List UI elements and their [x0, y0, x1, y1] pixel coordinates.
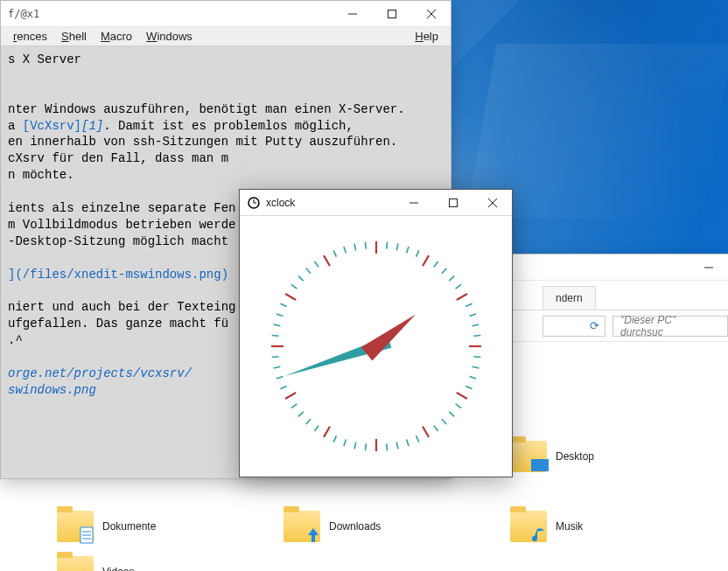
menu-help[interactable]: Help	[408, 30, 445, 43]
folder-label: Dokumente	[102, 520, 156, 533]
music-badge-icon	[531, 526, 549, 544]
folder-icon	[57, 556, 94, 571]
folder-label: Downloads	[329, 520, 381, 533]
svg-line-57	[314, 426, 318, 431]
svg-line-80	[365, 242, 366, 249]
svg-line-42	[455, 404, 460, 408]
svg-line-30	[455, 284, 460, 289]
svg-line-69	[276, 314, 283, 316]
search-input[interactable]: "Dieser PC" durchsuc	[612, 316, 728, 337]
doc-badge-icon	[78, 526, 95, 544]
xclock-app-icon	[247, 196, 261, 210]
close-button[interactable]	[472, 190, 512, 215]
minimize-button[interactable]	[394, 190, 433, 215]
svg-line-49	[396, 442, 398, 449]
svg-line-53	[354, 442, 356, 449]
svg-line-59	[298, 412, 303, 416]
svg-line-40	[466, 386, 472, 389]
svg-line-47	[416, 435, 418, 442]
desktop-badge-icon	[531, 456, 549, 474]
folder-label: Videos	[102, 566, 134, 571]
editor-menubar: rences Shell Macro Windows Help	[1, 27, 451, 46]
editor-titlebar[interactable]: f/@x1	[1, 1, 451, 27]
svg-line-61	[285, 393, 296, 399]
clock-face	[258, 228, 494, 464]
folder-downloads[interactable]: Downloads	[284, 511, 381, 542]
svg-line-22	[386, 242, 387, 249]
minimize-button[interactable]	[689, 254, 728, 280]
svg-line-27	[433, 261, 438, 267]
svg-line-71	[285, 294, 296, 300]
maximize-button[interactable]	[433, 190, 472, 215]
menu-shell[interactable]: Shell	[54, 30, 94, 43]
svg-line-25	[416, 250, 418, 256]
folder-videos[interactable]: Videos	[57, 556, 134, 571]
folder-icon	[57, 511, 94, 542]
menu-macro[interactable]: Macro	[94, 30, 139, 43]
xclock-title: xclock	[266, 197, 394, 209]
xclock-window: xclock	[239, 189, 513, 477]
svg-line-38	[472, 366, 479, 368]
svg-marker-6	[308, 528, 318, 542]
folder-label: Desktop	[556, 450, 594, 463]
svg-line-37	[473, 357, 480, 358]
svg-line-70	[280, 303, 286, 306]
svg-line-64	[273, 366, 280, 368]
folder-icon	[284, 511, 320, 542]
ribbon-tab[interactable]: ndern	[542, 286, 596, 310]
svg-line-28	[441, 268, 445, 274]
svg-line-34	[472, 324, 479, 326]
menu-preferences[interactable]: rences	[6, 30, 54, 43]
window-title: f/@x1	[8, 8, 332, 20]
svg-line-48	[406, 440, 408, 447]
svg-line-52	[365, 443, 366, 450]
svg-line-78	[343, 247, 345, 254]
svg-line-39	[469, 377, 476, 379]
menu-windows[interactable]: Windows	[139, 30, 200, 43]
svg-line-79	[354, 244, 356, 251]
svg-line-55	[333, 435, 336, 442]
svg-rect-1	[531, 459, 549, 471]
svg-line-41	[456, 393, 466, 399]
svg-line-33	[469, 314, 476, 316]
svg-line-67	[271, 335, 278, 336]
svg-line-72	[290, 284, 296, 289]
svg-line-73	[298, 276, 303, 281]
address-bar[interactable]: ⟳	[542, 316, 606, 337]
close-button[interactable]	[411, 1, 451, 26]
svg-line-58	[305, 419, 310, 424]
svg-line-35	[473, 335, 480, 336]
folder-icon	[510, 441, 547, 472]
svg-line-23	[396, 244, 398, 251]
svg-line-24	[406, 247, 408, 254]
dl-badge-icon	[304, 526, 322, 544]
svg-line-26	[423, 255, 429, 266]
svg-rect-18	[449, 198, 457, 206]
svg-line-45	[433, 426, 438, 431]
svg-line-74	[305, 268, 310, 274]
svg-line-56	[324, 427, 330, 437]
maximize-button[interactable]	[372, 1, 411, 26]
svg-line-75	[314, 261, 318, 267]
minimize-button[interactable]	[332, 1, 372, 26]
svg-line-29	[449, 276, 454, 281]
xclock-titlebar[interactable]: xclock	[240, 190, 512, 216]
svg-line-32	[466, 303, 472, 306]
svg-line-44	[441, 419, 445, 424]
folder-desktop[interactable]: Desktop	[510, 441, 594, 472]
folder-label: Musik	[556, 520, 583, 533]
svg-line-50	[386, 443, 387, 450]
svg-line-62	[280, 386, 286, 389]
svg-marker-82	[360, 314, 415, 360]
svg-line-60	[290, 404, 296, 408]
svg-line-68	[273, 324, 280, 326]
svg-line-31	[456, 294, 466, 300]
folder-dokumente[interactable]: Dokumente	[57, 511, 156, 542]
svg-line-54	[343, 440, 345, 447]
svg-line-46	[423, 427, 429, 437]
folder-musik[interactable]: Musik	[510, 511, 583, 542]
folder-icon	[510, 511, 547, 542]
svg-line-65	[271, 357, 278, 358]
refresh-icon[interactable]: ⟳	[590, 319, 599, 332]
svg-line-63	[276, 377, 283, 379]
